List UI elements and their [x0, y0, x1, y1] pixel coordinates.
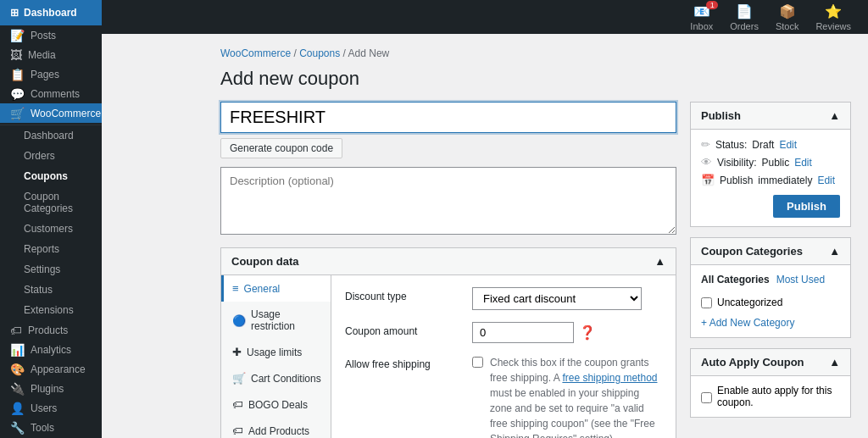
- coupon-data-header[interactable]: Coupon data ▲: [221, 248, 676, 275]
- sidebar-sub-coupon-categories[interactable]: Coupon Categories: [0, 186, 102, 219]
- sidebar-item-label: Analytics: [31, 344, 71, 356]
- tab-all-categories[interactable]: All Categories: [701, 274, 770, 286]
- content-main: Generate coupon code Coupon data ▲ ≡ Gen…: [220, 102, 676, 438]
- topbar-reviews[interactable]: ⭐ Reviews: [815, 3, 851, 31]
- sidebar-item-label: Comments: [31, 88, 80, 100]
- sidebar-sub-status[interactable]: Status: [0, 280, 102, 300]
- sidebar-sub-coupons[interactable]: Coupons: [0, 166, 102, 186]
- sidebar-sub-dashboard[interactable]: Dashboard: [0, 125, 102, 146]
- publish-date-value: immediately: [758, 175, 812, 186]
- auto-apply-title: Auto Apply Coupon: [701, 356, 804, 369]
- sidebar-item-tools[interactable]: 🔧 Tools: [0, 419, 102, 438]
- coupon-amount-input[interactable]: [472, 322, 574, 343]
- status-edit-link[interactable]: Edit: [779, 139, 797, 151]
- tab-bogo-deals[interactable]: 🏷 BOGO Deals: [221, 391, 331, 418]
- category-uncategorized: Uncategorized: [701, 292, 840, 312]
- categories-collapse-icon: ▲: [829, 245, 840, 258]
- category-uncategorized-label: Uncategorized: [717, 297, 782, 308]
- topbar-reviews-label: Reviews: [815, 21, 851, 31]
- tab-cart-conditions[interactable]: 🛒 Cart Conditions: [221, 365, 331, 391]
- tab-content-general: Discount type Percentage discount Fixed …: [331, 275, 676, 438]
- tab-bogo-deals-label: BOGO Deals: [248, 399, 308, 411]
- sidebar-sub-reports[interactable]: Reports: [0, 239, 102, 259]
- auto-apply-checkbox[interactable]: [701, 392, 712, 403]
- publish-date-row: 📅 Publish immediately Edit: [701, 174, 840, 186]
- visibility-edit-link[interactable]: Edit: [794, 157, 812, 169]
- sidebar-item-comments[interactable]: 💬 Comments: [0, 84, 102, 103]
- sidebar-item-label: WooCommerce: [31, 108, 101, 119]
- breadcrumb-coupons[interactable]: Coupons: [299, 47, 340, 59]
- description-textarea[interactable]: [220, 167, 676, 235]
- sidebar-item-analytics[interactable]: 📊 Analytics: [0, 341, 102, 360]
- sidebar-item-appearance[interactable]: 🎨 Appearance: [0, 360, 102, 380]
- discount-type-label: Discount type: [345, 287, 464, 302]
- status-label: Status:: [715, 139, 747, 151]
- publish-collapse-icon: ▲: [829, 109, 840, 122]
- tab-usage-limits[interactable]: ✚ Usage limits: [221, 339, 331, 365]
- sidebar-item-users[interactable]: 👤 Users: [0, 399, 102, 419]
- auto-apply-row: Enable auto apply for this coupon.: [701, 385, 840, 408]
- category-uncategorized-checkbox[interactable]: [701, 297, 712, 308]
- visibility-icon: 👁: [701, 156, 712, 169]
- tab-general[interactable]: ≡ General: [221, 275, 331, 302]
- auto-apply-header: Auto Apply Coupon ▲: [691, 349, 850, 376]
- sidebar-sub-customers[interactable]: Customers: [0, 219, 102, 239]
- sidebar-item-media[interactable]: 🖼 Media: [0, 45, 102, 64]
- tab-usage-restriction[interactable]: 🔵 Usage restriction: [221, 302, 331, 339]
- add-products-icon: 🏷: [232, 424, 243, 437]
- free-shipping-link[interactable]: free shipping method: [562, 372, 657, 384]
- general-tab-icon: ≡: [232, 282, 239, 295]
- sidebar-item-plugins[interactable]: 🔌 Plugins: [0, 380, 102, 399]
- posts-icon: 📝: [10, 29, 25, 42]
- topbar-orders[interactable]: 📄 Orders: [730, 3, 759, 31]
- tab-most-used[interactable]: Most Used: [776, 274, 825, 286]
- cart-conditions-icon: 🛒: [232, 372, 246, 385]
- topbar-inbox[interactable]: 📧 Inbox 1: [690, 3, 713, 31]
- free-shipping-checkbox[interactable]: [472, 357, 483, 368]
- sidebar-item-label: Posts: [31, 30, 56, 42]
- auto-apply-label: Enable auto apply for this coupon.: [717, 385, 840, 408]
- topbar-orders-label: Orders: [730, 21, 759, 31]
- visibility-row: 👁 Visibility: Public Edit: [701, 156, 840, 169]
- free-shipping-row: Allow free shipping Check this box if th…: [345, 355, 662, 438]
- breadcrumb-woocommerce[interactable]: WooCommerce: [220, 47, 291, 59]
- sidebar-sub-extensions[interactable]: Extensions: [0, 300, 102, 320]
- publish-box: Publish ▲ ✏ Status: Draft Edit 👁 Visibil…: [690, 102, 851, 227]
- breadcrumb: WooCommerce / Coupons / Add New: [220, 47, 851, 59]
- bogo-deals-icon: 🏷: [232, 398, 243, 411]
- free-shipping-desc: Check this box if the coupon grants free…: [490, 355, 662, 438]
- media-icon: 🖼: [10, 48, 22, 62]
- sidebar-sub-settings[interactable]: Settings: [0, 259, 102, 280]
- sidebar-logo[interactable]: ⊞ Dashboard: [0, 0, 102, 25]
- generate-coupon-btn[interactable]: Generate coupon code: [220, 138, 342, 158]
- publish-date-edit-link[interactable]: Edit: [817, 175, 835, 186]
- sidebar-item-label: Tools: [31, 422, 54, 434]
- tab-add-products[interactable]: 🏷 Add Products: [221, 418, 331, 438]
- topbar: 📧 Inbox 1 📄 Orders 📦 Stock ⭐ Reviews: [102, 0, 868, 34]
- topbar-stock[interactable]: 📦 Stock: [776, 3, 799, 31]
- sidebar-item-pages[interactable]: 📋 Pages: [0, 64, 102, 84]
- coupon-data-title: Coupon data: [231, 255, 298, 268]
- help-icon[interactable]: ❓: [579, 324, 596, 341]
- orders-icon: 📄: [736, 3, 753, 19]
- discount-type-select[interactable]: Percentage discount Fixed cart discount …: [472, 287, 642, 310]
- add-new-category-link[interactable]: + Add New Category: [701, 317, 840, 329]
- coupon-code-input[interactable]: [220, 102, 676, 133]
- pages-icon: 📋: [10, 68, 25, 81]
- visibility-value: Public: [761, 157, 789, 169]
- sidebar-item-products[interactable]: 🏷 Products: [0, 320, 102, 340]
- sidebar-item-label: Products: [28, 324, 68, 336]
- calendar-icon: 📅: [701, 174, 715, 186]
- sidebar-item-posts[interactable]: 📝 Posts: [0, 25, 102, 45]
- sidebar-item-label: Plugins: [31, 383, 64, 395]
- sidebar-item-woocommerce[interactable]: 🛒 WooCommerce: [0, 103, 102, 123]
- discount-type-row: Discount type Percentage discount Fixed …: [345, 287, 662, 310]
- publish-button[interactable]: Publish: [773, 195, 840, 218]
- usage-restriction-icon: 🔵: [232, 314, 246, 327]
- sidebar-item-label: Appearance: [31, 363, 86, 375]
- coupon-tabs: ≡ General 🔵 Usage restriction ✚ Usage li…: [221, 275, 331, 438]
- status-row: ✏ Status: Draft Edit: [701, 138, 840, 151]
- auto-apply-body: Enable auto apply for this coupon.: [691, 376, 850, 417]
- sidebar-sub-orders[interactable]: Orders: [0, 146, 102, 166]
- status-pencil-icon: ✏: [701, 138, 710, 151]
